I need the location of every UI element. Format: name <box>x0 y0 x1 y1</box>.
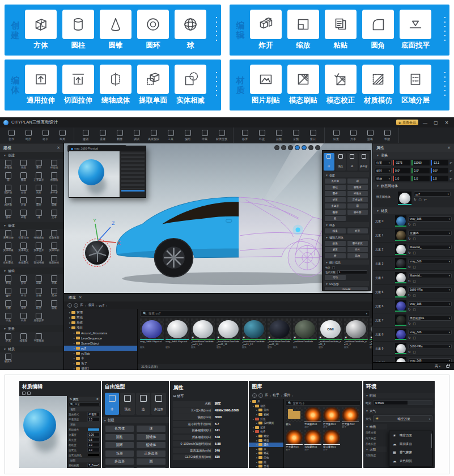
section-header[interactable]: ▼太阳 <box>363 447 387 452</box>
material-property-row[interactable]: 不透明度1.0 <box>69 417 100 422</box>
uv-map-button[interactable]: UV贴图 <box>325 287 368 291</box>
browse-icon[interactable]: ↻ <box>408 251 411 254</box>
breadcrumb-item[interactable]: 项目 <box>88 303 95 308</box>
y-value[interactable]: 0.0° <box>411 168 429 173</box>
material-preview[interactable] <box>19 396 67 468</box>
material-thumbnail[interactable] <box>395 343 406 354</box>
close-button[interactable]: ✕ <box>443 120 451 125</box>
3d-viewport[interactable]: Y Z X vray_3d66-Physical <box>64 143 372 293</box>
toolbar-button[interactable]: 珍藏 <box>196 130 213 141</box>
tree-item[interactable]: ▸管理 <box>64 310 137 315</box>
section-header[interactable]: ▼编辑几何体 <box>324 235 369 240</box>
create-shape-button[interactable]: 矩形 <box>105 450 134 457</box>
z-value[interactable]: -13.1 <box>431 160 448 165</box>
asset-search[interactable]: 🔍▾ <box>140 310 370 317</box>
tool-button[interactable]: 实体合并 <box>31 243 46 254</box>
tree-item[interactable]: ▸库 <box>249 400 283 404</box>
freeform-tab[interactable]: 边 <box>136 393 151 415</box>
material-property-row[interactable]: 通用 <box>69 407 100 411</box>
material-dropdown[interactable]: Material_▾ <box>408 245 452 250</box>
tool-button[interactable]: 缩放 <box>16 300 31 312</box>
breadcrumb-item[interactable]: 爆炸 <box>284 393 291 398</box>
x-value[interactable]: 0.0° <box>393 168 410 173</box>
tree-item[interactable]: ▸项目 <box>64 325 137 330</box>
create-shape-button[interactable]: 圆环 <box>325 191 346 196</box>
tree-item[interactable]: ▸交通 <box>249 464 283 468</box>
freeform-tab[interactable]: 多边形 <box>151 393 166 415</box>
tool-button[interactable]: 剪切 <box>16 275 31 287</box>
asset-thumbnail[interactable]: OMI★_noShowTwoSide_no11_1材质 <box>319 318 342 363</box>
browse-icon[interactable]: ↻ <box>408 265 411 269</box>
dock-tab-label[interactable]: 图库 <box>69 295 76 300</box>
material-property-row[interactable]: 自发光颜色 <box>69 453 100 457</box>
copy-icon[interactable]: ▢ <box>413 237 416 240</box>
section-header[interactable]: ▼统计信息 <box>324 260 369 265</box>
tree-item[interactable]: ▸火 <box>249 447 283 452</box>
tree-item[interactable]: ▸动画 <box>249 404 283 409</box>
material-thumbnail[interactable] <box>395 258 406 269</box>
geometry-edit-button[interactable]: 圆边形状 <box>347 241 368 246</box>
tool-button[interactable]: 曲面线 <box>46 172 62 184</box>
section-header[interactable]: ▼动画 <box>363 424 387 430</box>
material-editor-window[interactable]: vray_3d66-Physical <box>69 146 146 198</box>
tool-button[interactable]: 面域编辑 <box>31 255 46 267</box>
close-icon[interactable]: ✕ <box>96 397 99 401</box>
tool-button[interactable]: 偏移 <box>1 288 16 300</box>
material-property-row[interactable]: 自发光1.0 <box>69 448 100 452</box>
copy-icon[interactable]: ▢ <box>413 223 416 226</box>
copy-icon[interactable]: ▢ <box>413 350 416 354</box>
tool-button[interactable]: 曲线圆弧 <box>16 255 31 267</box>
copy-icon[interactable]: ▢ <box>413 265 416 269</box>
asset-thumbnail[interactable]: ★_haveShowTwoSide_no11_10材质 <box>191 318 215 363</box>
freeform-tab[interactable]: 体 <box>324 153 334 171</box>
material-dropdown[interactable]: 3d66-VRa▾ <box>408 344 452 349</box>
create-shape-button[interactable]: 圆 <box>347 203 368 209</box>
material-property-row[interactable]: 金属度0.06 <box>69 432 100 437</box>
tool-button[interactable]: 距离 <box>1 333 16 345</box>
tree-item[interactable]: ▸机械 <box>249 413 283 417</box>
section-header[interactable]: ▼静态网格体 <box>373 182 454 189</box>
material-thumbnail[interactable] <box>395 286 406 298</box>
breadcrumb-item[interactable]: 粒子 <box>273 393 279 398</box>
mesh-thumbnail[interactable] <box>398 192 411 205</box>
browse-icon[interactable]: ↻ <box>408 279 411 283</box>
transform-dropdown[interactable]: 旋转▾ <box>375 168 392 173</box>
maximize-button[interactable]: ▢ <box>432 120 440 125</box>
tool-button[interactable]: 圆角 <box>46 300 62 312</box>
tool-material-mimic[interactable]: 材质模仿 <box>361 65 395 105</box>
tree-item[interactable]: ▸yuTbb <box>64 351 137 356</box>
tool-modal-correct[interactable]: 模态校正 <box>324 65 358 105</box>
tool-button[interactable]: 移动 <box>16 288 31 300</box>
tool-button[interactable]: 圆环 <box>1 210 16 222</box>
tool-region-layer[interactable]: 区域分层 <box>398 65 432 105</box>
tool-button[interactable]: 椭圆 <box>16 172 31 184</box>
tool-button[interactable]: 切角 <box>1 313 16 325</box>
browse-icon[interactable]: ↻ <box>408 294 411 297</box>
tool-button[interactable]: 多边形 <box>46 185 62 197</box>
x-value[interactable]: -3275 <box>393 160 410 165</box>
tool-button[interactable]: 样条线 <box>46 160 62 172</box>
weather-option[interactable]: ☁天色阴沉 <box>389 457 432 465</box>
section-header[interactable]: ▼创建 <box>102 417 169 423</box>
tool-fillet[interactable]: 圆角 <box>361 10 395 50</box>
material-thumbnail[interactable] <box>395 314 406 326</box>
geometry-edit-button[interactable]: 桥 <box>325 253 346 258</box>
breadcrumb-item[interactable]: 库 <box>265 393 268 398</box>
tool-button[interactable]: 提取单面 <box>46 230 62 242</box>
member-badge[interactable]: ♛尊贵会员 <box>396 120 418 125</box>
tool-button[interactable]: 圆 <box>1 172 16 184</box>
toolbar-button[interactable]: 调试 <box>128 130 145 141</box>
vehicle-group[interactable]: ⊟ 轿车 <box>173 393 245 400</box>
create-shape-button[interactable]: 棱锥体 <box>347 191 368 196</box>
toolbar-button[interactable]: 重做 <box>94 130 111 141</box>
freeform-floating-panel[interactable]: 体顶点边多边形 ▼创建 长方体球圆柱圆锥体圆环棱锥体矩形正多边形多边形圆椭圆圆环… <box>322 150 371 291</box>
material-thumbnail[interactable] <box>395 272 406 283</box>
tool-button[interactable]: 弧长圆弧 <box>1 255 16 267</box>
toolbar-button[interactable]: 全图 <box>287 130 304 141</box>
mesh-dropdown[interactable]: yu7▾ <box>414 192 451 197</box>
create-shape-button[interactable]: 球 <box>137 426 166 432</box>
tree-item[interactable]: ▸烟花 <box>249 451 283 456</box>
create-shape-button[interactable]: 圆锥体 <box>137 434 166 440</box>
freeform-tab[interactable]: 多边形 <box>359 153 370 171</box>
material-dropdown[interactable]: 金属05▾ <box>408 231 452 236</box>
